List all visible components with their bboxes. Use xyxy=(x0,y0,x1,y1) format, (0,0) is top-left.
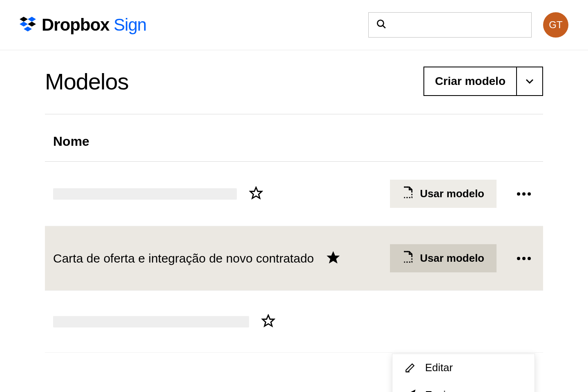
svg-marker-9 xyxy=(263,315,274,326)
svg-marker-8 xyxy=(327,252,339,263)
more-options-icon[interactable] xyxy=(513,188,535,200)
document-icon xyxy=(402,186,413,201)
svg-marker-7 xyxy=(250,187,262,198)
menu-item-edit[interactable]: Editar xyxy=(392,354,535,381)
more-options-icon[interactable] xyxy=(513,253,535,264)
search-box[interactable] xyxy=(368,12,532,38)
svg-marker-4 xyxy=(24,27,32,31)
brand-primary: Dropbox xyxy=(42,15,109,34)
context-menu: Editar Envio em massa xyxy=(392,354,535,392)
template-row[interactable]: Carta de oferta e integração de novo con… xyxy=(45,226,543,291)
use-template-label: Usar modelo xyxy=(420,187,485,200)
pencil-icon xyxy=(404,363,416,373)
title-row: Modelos Criar modelo xyxy=(45,67,543,114)
use-template-button[interactable]: Usar modelo xyxy=(390,244,497,272)
create-template-label: Criar modelo xyxy=(424,67,517,95)
row-left: Carta de oferta e integração de novo con… xyxy=(53,251,340,266)
svg-marker-0 xyxy=(20,17,28,22)
app-header: Dropbox Sign GT xyxy=(0,0,588,50)
avatar-initials: GT xyxy=(549,19,562,31)
column-header-name: Nome xyxy=(45,114,543,162)
search-icon xyxy=(376,19,387,31)
svg-marker-1 xyxy=(28,17,36,22)
svg-point-5 xyxy=(377,20,383,26)
send-icon xyxy=(404,390,416,392)
chevron-down-icon[interactable] xyxy=(517,67,542,95)
template-name: Carta de oferta e integração de novo con… xyxy=(53,252,314,265)
row-right: Usar modelo xyxy=(390,244,535,272)
template-row[interactable]: Usar modelo xyxy=(45,291,543,353)
create-template-button[interactable]: Criar modelo xyxy=(423,67,543,96)
row-left xyxy=(53,314,275,330)
page-title: Modelos xyxy=(45,68,129,95)
star-filled-icon[interactable] xyxy=(326,251,340,266)
logo-text: Dropbox Sign xyxy=(42,15,146,35)
menu-item-bulk-send[interactable]: Envio em massa xyxy=(392,381,535,392)
menu-label: Editar xyxy=(425,361,453,374)
row-left xyxy=(53,186,263,202)
svg-marker-3 xyxy=(28,22,36,27)
brand-secondary: Sign xyxy=(114,15,146,34)
star-outline-icon[interactable] xyxy=(261,314,275,330)
menu-label: Envio em massa xyxy=(425,389,503,392)
row-right: Usar modelo xyxy=(401,309,535,334)
star-outline-icon[interactable] xyxy=(249,186,263,202)
document-icon xyxy=(402,251,413,266)
svg-marker-2 xyxy=(20,22,28,27)
avatar[interactable]: GT xyxy=(543,12,568,38)
use-template-button[interactable]: Usar modelo xyxy=(390,180,497,208)
dropbox-sign-logo-icon xyxy=(20,17,36,33)
template-row[interactable]: Usar modelo xyxy=(45,162,543,226)
template-name-placeholder xyxy=(53,316,249,327)
template-list: Usar modelo Carta de oferta e integração… xyxy=(45,162,543,353)
use-template-label: Usar modelo xyxy=(420,252,485,265)
header-right: GT xyxy=(368,12,568,38)
svg-line-6 xyxy=(383,25,385,28)
row-right: Usar modelo xyxy=(390,180,535,208)
logo[interactable]: Dropbox Sign xyxy=(20,15,146,35)
search-input[interactable] xyxy=(392,20,524,30)
template-name-placeholder xyxy=(53,188,237,200)
main-content: Modelos Criar modelo Nome xyxy=(0,50,588,353)
